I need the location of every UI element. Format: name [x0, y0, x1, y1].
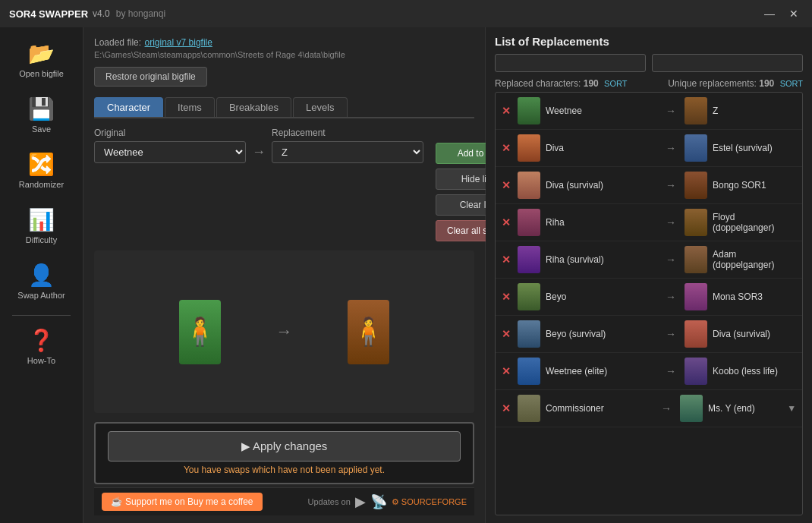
tabs: Character Items Breakables Levels — [94, 97, 474, 118]
left-panel: Loaded file: original v7 bigfile E:\Game… — [83, 27, 486, 523]
how-to-icon: ❓ — [28, 328, 55, 353]
sidebar-item-label-randomizer: Randomizer — [19, 180, 64, 189]
replacement-right: Z — [682, 96, 796, 126]
row-arrow-icon: → — [661, 402, 672, 414]
sidebar-item-how-to[interactable]: ❓ How-To — [8, 320, 76, 373]
sidebar-item-label-difficulty: Difficulty — [26, 235, 57, 244]
replaced-count: 190 — [584, 78, 599, 89]
sidebar-item-label-open: Open bigfile — [19, 69, 64, 78]
original-char-name: Diva — [546, 143, 659, 153]
search-unique-input[interactable] — [652, 54, 803, 72]
preview-arrow-icon: → — [276, 322, 293, 342]
remove-button[interactable]: ✕ — [502, 365, 511, 377]
apply-changes-button[interactable]: ▶ Apply changes — [108, 431, 461, 462]
sidebar-item-difficulty[interactable]: 📊 Difficulty — [8, 200, 76, 252]
replacement-right: Estel (survival) — [682, 133, 796, 163]
social-icons: Updates on ▶ 📡 ⚙ SOURCEFORGE — [308, 493, 467, 510]
replacement-select[interactable]: Z Estel Floyd Adam Mona — [272, 141, 423, 163]
sidebar-item-randomizer[interactable]: 🔀 Randomizer — [8, 144, 76, 197]
original-sprite-small — [515, 393, 543, 424]
tab-breakables[interactable]: Breakables — [216, 97, 291, 117]
file-name-link[interactable]: original v7 bigfile — [145, 37, 212, 48]
restore-button[interactable]: Restore original bigfile — [94, 67, 207, 87]
replacement-sprite-small — [682, 96, 710, 126]
replacement-label: Replacement — [272, 128, 423, 138]
sidebar-divider — [12, 315, 70, 316]
remove-button[interactable]: ✕ — [502, 142, 511, 154]
save-icon: 💾 — [28, 96, 55, 121]
swap-author-icon: 👤 — [28, 263, 55, 288]
sidebar-item-label-how-to: How-To — [27, 356, 55, 365]
tab-items[interactable]: Items — [165, 97, 215, 117]
original-select[interactable]: Weetnee Diva Riha Beyo Commissioner — [94, 141, 246, 163]
sort-unique-button[interactable]: SORT — [780, 79, 803, 88]
unique-count: 190 — [759, 78, 774, 89]
original-char-name: Diva (survival) — [546, 180, 659, 191]
original-sprite-small — [515, 356, 543, 386]
original-sprite-small — [515, 170, 543, 200]
replacement-char-name: Floyd (doppelganger) — [713, 212, 796, 233]
updates-label: Updates on — [308, 497, 351, 506]
replacement-right: Adam (doppelganger) — [682, 244, 796, 275]
row-arrow-icon: → — [666, 328, 676, 340]
youtube-icon[interactable]: ▶ — [355, 493, 366, 510]
dropdown-icon[interactable]: ▼ — [787, 403, 796, 414]
row-arrow-icon: → — [666, 142, 676, 154]
window-controls: — ✕ — [760, 5, 803, 23]
replaced-label: Replaced characters: — [495, 78, 581, 89]
close-button[interactable]: ✕ — [785, 5, 803, 23]
replacement-sprite-small — [678, 393, 705, 424]
replacement-sprite-small — [682, 319, 710, 349]
sidebar-item-open-bigfile[interactable]: 📂 Open bigfile — [8, 33, 76, 86]
bmc-label: Support me on Buy me a coffee — [125, 496, 253, 507]
replacement-right: Floyd (doppelganger) — [682, 207, 796, 238]
replacement-sprite-small — [682, 133, 710, 163]
sidebar-item-save[interactable]: 💾 Save — [8, 89, 76, 141]
search-row — [495, 54, 803, 72]
replacement-sprite-small — [682, 207, 710, 238]
preview-area: 🧍 → 🧍 — [94, 250, 474, 413]
bmc-button[interactable]: ☕ Support me on Buy me a coffee — [102, 493, 263, 511]
replacement-char-name: Mona SOR3 — [713, 291, 796, 302]
sourceforge-link[interactable]: ⚙ SOURCEFORGE — [392, 497, 467, 507]
replacement-char-name: Estel (survival) — [713, 143, 796, 153]
replacement-field-group: Replacement Z Estel Floyd Adam Mona — [272, 128, 423, 163]
remove-button[interactable]: ✕ — [502, 402, 511, 414]
row-arrow-icon: → — [666, 179, 676, 191]
original-sprite-small — [515, 133, 543, 163]
search-replaced-input[interactable] — [495, 54, 646, 72]
tab-levels[interactable]: Levels — [293, 97, 348, 117]
replaced-header: Replaced characters: 190 SORT — [495, 78, 649, 89]
remove-button[interactable]: ✕ — [502, 254, 511, 266]
replacement-char-name: Ms. Y (end) — [708, 403, 787, 414]
difficulty-icon: 📊 — [28, 207, 55, 232]
twitch-icon[interactable]: 📡 — [370, 493, 387, 510]
right-panel: List of Replacements Replaced characters… — [486, 27, 812, 523]
sidebar-item-label-save: Save — [32, 124, 51, 134]
minimize-button[interactable]: — — [760, 5, 779, 23]
replacement-char-name: Diva (survival) — [713, 329, 796, 339]
replacement-char-name: Adam (doppelganger) — [713, 249, 796, 270]
table-row: ✕ Beyo → Mona SOR3 — [496, 279, 802, 316]
remove-button[interactable]: ✕ — [502, 328, 511, 340]
sidebar-item-swap-author[interactable]: 👤 Swap Author — [8, 255, 76, 307]
unique-label: Unique replacements: — [668, 78, 757, 89]
remove-button[interactable]: ✕ — [502, 291, 511, 303]
original-char-name: Weetnee (elite) — [546, 366, 659, 376]
replacement-sprite-small — [682, 356, 710, 386]
replacements-title: List of Replacements — [495, 35, 803, 48]
remove-button[interactable]: ✕ — [502, 179, 511, 191]
row-arrow-icon: → — [666, 291, 676, 303]
original-char-name: Riha (survival) — [546, 254, 659, 265]
row-arrow-icon: → — [666, 105, 676, 117]
row-arrow-icon: → — [666, 365, 676, 377]
sort-replaced-button[interactable]: SORT — [604, 79, 627, 88]
remove-button[interactable]: ✕ — [502, 105, 511, 117]
replacement-char-name: Z — [713, 106, 796, 116]
tab-character[interactable]: Character — [94, 97, 163, 117]
table-row: ✕ Diva (survival) → Bongo SOR1 — [496, 167, 802, 204]
remove-button[interactable]: ✕ — [502, 216, 511, 228]
title-bar: SOR4 SWAPPER v4.0 by honganqi — ✕ — [0, 0, 812, 27]
file-path: E:\Games\Steam\steamapps\common\Streets … — [94, 50, 474, 59]
randomizer-icon: 🔀 — [28, 152, 55, 177]
